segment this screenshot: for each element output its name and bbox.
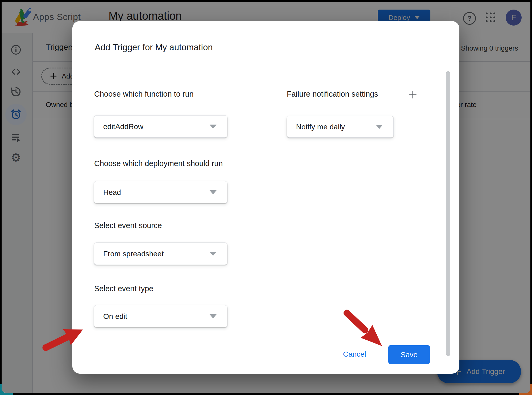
dialog-column-divider [257, 71, 257, 331]
function-select[interactable]: editAddRow [94, 115, 227, 138]
event-source-select-value: From spreadsheet [103, 250, 164, 258]
plus-icon [408, 90, 418, 100]
deployment-field-label: Choose which deployment should run [94, 159, 223, 168]
dropdown-caret-icon [210, 314, 217, 318]
add-trigger-dialog: Add Trigger for My automation Choose whi… [72, 21, 459, 374]
event-type-select[interactable]: On edit [94, 305, 227, 327]
function-field-label: Choose which function to run [94, 90, 194, 98]
event-source-field-label: Select event source [94, 221, 162, 230]
cancel-button[interactable]: Cancel [340, 350, 369, 359]
notification-frequency-select[interactable]: Notify me daily [287, 116, 394, 138]
notification-frequency-value: Notify me daily [296, 123, 345, 131]
dropdown-caret-icon [210, 190, 217, 194]
function-select-value: editAddRow [103, 122, 143, 131]
save-button[interactable]: Save [388, 345, 430, 364]
notification-settings-label: Failure notification settings [287, 90, 378, 98]
event-type-select-value: On edit [103, 312, 127, 320]
dropdown-caret-icon [376, 125, 383, 129]
add-notification-button[interactable] [405, 87, 421, 102]
event-type-field-label: Select event type [94, 284, 153, 293]
dropdown-caret-icon [210, 252, 217, 256]
dialog-title: Add Trigger for My automation [95, 42, 213, 52]
deployment-select-value: Head [103, 188, 121, 196]
dropdown-caret-icon [210, 125, 217, 129]
event-source-select[interactable]: From spreadsheet [94, 242, 227, 265]
deployment-select[interactable]: Head [94, 181, 227, 203]
save-button-label: Save [401, 351, 418, 359]
dialog-scrollbar[interactable] [446, 71, 450, 356]
